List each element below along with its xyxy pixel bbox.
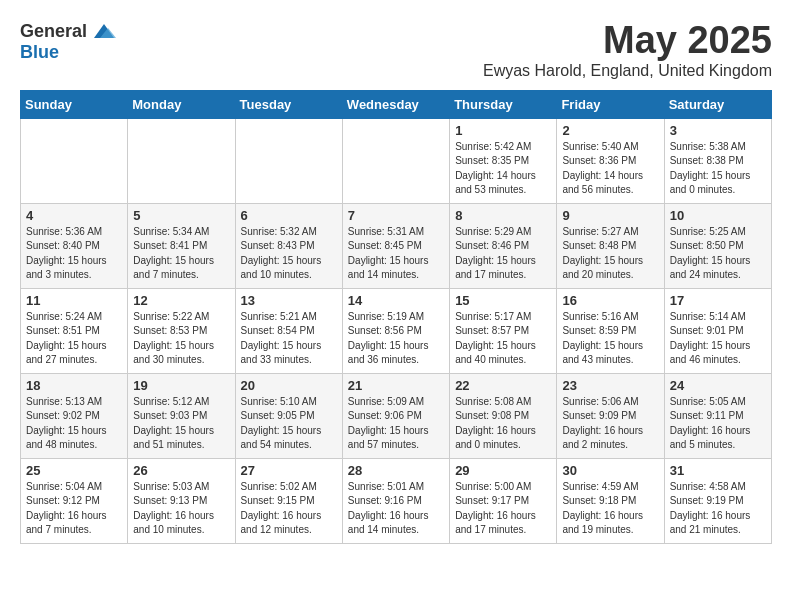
day-number: 4 bbox=[26, 208, 122, 223]
day-number: 12 bbox=[133, 293, 229, 308]
day-info: Sunrise: 5:31 AM Sunset: 8:45 PM Dayligh… bbox=[348, 225, 444, 283]
header-friday: Friday bbox=[557, 90, 664, 118]
table-row: 14Sunrise: 5:19 AM Sunset: 8:56 PM Dayli… bbox=[342, 288, 449, 373]
day-info: Sunrise: 5:05 AM Sunset: 9:11 PM Dayligh… bbox=[670, 395, 766, 453]
day-info: Sunrise: 5:02 AM Sunset: 9:15 PM Dayligh… bbox=[241, 480, 337, 538]
table-row: 18Sunrise: 5:13 AM Sunset: 9:02 PM Dayli… bbox=[21, 373, 128, 458]
table-row: 4Sunrise: 5:36 AM Sunset: 8:40 PM Daylig… bbox=[21, 203, 128, 288]
day-number: 11 bbox=[26, 293, 122, 308]
table-row: 9Sunrise: 5:27 AM Sunset: 8:48 PM Daylig… bbox=[557, 203, 664, 288]
table-row: 17Sunrise: 5:14 AM Sunset: 9:01 PM Dayli… bbox=[664, 288, 771, 373]
day-info: Sunrise: 5:16 AM Sunset: 8:59 PM Dayligh… bbox=[562, 310, 658, 368]
calendar-week-row: 11Sunrise: 5:24 AM Sunset: 8:51 PM Dayli… bbox=[21, 288, 772, 373]
day-number: 17 bbox=[670, 293, 766, 308]
day-info: Sunrise: 5:17 AM Sunset: 8:57 PM Dayligh… bbox=[455, 310, 551, 368]
day-info: Sunrise: 4:59 AM Sunset: 9:18 PM Dayligh… bbox=[562, 480, 658, 538]
table-row bbox=[21, 118, 128, 203]
header-sunday: Sunday bbox=[21, 90, 128, 118]
day-number: 21 bbox=[348, 378, 444, 393]
day-number: 5 bbox=[133, 208, 229, 223]
table-row bbox=[128, 118, 235, 203]
header-thursday: Thursday bbox=[450, 90, 557, 118]
day-info: Sunrise: 5:13 AM Sunset: 9:02 PM Dayligh… bbox=[26, 395, 122, 453]
table-row: 20Sunrise: 5:10 AM Sunset: 9:05 PM Dayli… bbox=[235, 373, 342, 458]
day-info: Sunrise: 5:00 AM Sunset: 9:17 PM Dayligh… bbox=[455, 480, 551, 538]
day-number: 20 bbox=[241, 378, 337, 393]
day-info: Sunrise: 5:14 AM Sunset: 9:01 PM Dayligh… bbox=[670, 310, 766, 368]
day-number: 29 bbox=[455, 463, 551, 478]
day-number: 26 bbox=[133, 463, 229, 478]
day-number: 14 bbox=[348, 293, 444, 308]
day-info: Sunrise: 5:22 AM Sunset: 8:53 PM Dayligh… bbox=[133, 310, 229, 368]
calendar-header-row: Sunday Monday Tuesday Wednesday Thursday… bbox=[21, 90, 772, 118]
table-row: 5Sunrise: 5:34 AM Sunset: 8:41 PM Daylig… bbox=[128, 203, 235, 288]
table-row: 11Sunrise: 5:24 AM Sunset: 8:51 PM Dayli… bbox=[21, 288, 128, 373]
day-info: Sunrise: 5:24 AM Sunset: 8:51 PM Dayligh… bbox=[26, 310, 122, 368]
table-row: 30Sunrise: 4:59 AM Sunset: 9:18 PM Dayli… bbox=[557, 458, 664, 543]
calendar-week-row: 4Sunrise: 5:36 AM Sunset: 8:40 PM Daylig… bbox=[21, 203, 772, 288]
table-row: 27Sunrise: 5:02 AM Sunset: 9:15 PM Dayli… bbox=[235, 458, 342, 543]
table-row: 28Sunrise: 5:01 AM Sunset: 9:16 PM Dayli… bbox=[342, 458, 449, 543]
day-info: Sunrise: 5:19 AM Sunset: 8:56 PM Dayligh… bbox=[348, 310, 444, 368]
table-row: 16Sunrise: 5:16 AM Sunset: 8:59 PM Dayli… bbox=[557, 288, 664, 373]
day-number: 8 bbox=[455, 208, 551, 223]
table-row: 24Sunrise: 5:05 AM Sunset: 9:11 PM Dayli… bbox=[664, 373, 771, 458]
day-number: 24 bbox=[670, 378, 766, 393]
day-number: 9 bbox=[562, 208, 658, 223]
day-info: Sunrise: 5:21 AM Sunset: 8:54 PM Dayligh… bbox=[241, 310, 337, 368]
day-info: Sunrise: 5:06 AM Sunset: 9:09 PM Dayligh… bbox=[562, 395, 658, 453]
calendar-table: Sunday Monday Tuesday Wednesday Thursday… bbox=[20, 90, 772, 544]
table-row: 26Sunrise: 5:03 AM Sunset: 9:13 PM Dayli… bbox=[128, 458, 235, 543]
day-info: Sunrise: 5:32 AM Sunset: 8:43 PM Dayligh… bbox=[241, 225, 337, 283]
day-info: Sunrise: 5:38 AM Sunset: 8:38 PM Dayligh… bbox=[670, 140, 766, 198]
table-row: 22Sunrise: 5:08 AM Sunset: 9:08 PM Dayli… bbox=[450, 373, 557, 458]
calendar-week-row: 1Sunrise: 5:42 AM Sunset: 8:35 PM Daylig… bbox=[21, 118, 772, 203]
table-row: 13Sunrise: 5:21 AM Sunset: 8:54 PM Dayli… bbox=[235, 288, 342, 373]
day-info: Sunrise: 5:42 AM Sunset: 8:35 PM Dayligh… bbox=[455, 140, 551, 198]
logo-general-text: General bbox=[20, 21, 87, 42]
header-wednesday: Wednesday bbox=[342, 90, 449, 118]
day-number: 13 bbox=[241, 293, 337, 308]
header-saturday: Saturday bbox=[664, 90, 771, 118]
table-row: 6Sunrise: 5:32 AM Sunset: 8:43 PM Daylig… bbox=[235, 203, 342, 288]
day-number: 6 bbox=[241, 208, 337, 223]
table-row: 25Sunrise: 5:04 AM Sunset: 9:12 PM Dayli… bbox=[21, 458, 128, 543]
day-info: Sunrise: 5:01 AM Sunset: 9:16 PM Dayligh… bbox=[348, 480, 444, 538]
logo: General Blue bbox=[20, 20, 118, 63]
day-info: Sunrise: 5:25 AM Sunset: 8:50 PM Dayligh… bbox=[670, 225, 766, 283]
day-number: 2 bbox=[562, 123, 658, 138]
calendar-week-row: 25Sunrise: 5:04 AM Sunset: 9:12 PM Dayli… bbox=[21, 458, 772, 543]
day-number: 30 bbox=[562, 463, 658, 478]
table-row: 21Sunrise: 5:09 AM Sunset: 9:06 PM Dayli… bbox=[342, 373, 449, 458]
table-row: 29Sunrise: 5:00 AM Sunset: 9:17 PM Dayli… bbox=[450, 458, 557, 543]
logo-blue-text: Blue bbox=[20, 42, 59, 63]
table-row: 23Sunrise: 5:06 AM Sunset: 9:09 PM Dayli… bbox=[557, 373, 664, 458]
page-header: General Blue May 2025 Ewyas Harold, Engl… bbox=[20, 20, 772, 80]
day-info: Sunrise: 5:12 AM Sunset: 9:03 PM Dayligh… bbox=[133, 395, 229, 453]
title-block: May 2025 Ewyas Harold, England, United K… bbox=[483, 20, 772, 80]
table-row bbox=[342, 118, 449, 203]
calendar-subtitle: Ewyas Harold, England, United Kingdom bbox=[483, 62, 772, 80]
table-row: 10Sunrise: 5:25 AM Sunset: 8:50 PM Dayli… bbox=[664, 203, 771, 288]
table-row: 19Sunrise: 5:12 AM Sunset: 9:03 PM Dayli… bbox=[128, 373, 235, 458]
day-info: Sunrise: 5:09 AM Sunset: 9:06 PM Dayligh… bbox=[348, 395, 444, 453]
day-number: 15 bbox=[455, 293, 551, 308]
header-tuesday: Tuesday bbox=[235, 90, 342, 118]
table-row: 3Sunrise: 5:38 AM Sunset: 8:38 PM Daylig… bbox=[664, 118, 771, 203]
day-info: Sunrise: 5:40 AM Sunset: 8:36 PM Dayligh… bbox=[562, 140, 658, 198]
day-number: 27 bbox=[241, 463, 337, 478]
table-row bbox=[235, 118, 342, 203]
day-number: 19 bbox=[133, 378, 229, 393]
day-info: Sunrise: 4:58 AM Sunset: 9:19 PM Dayligh… bbox=[670, 480, 766, 538]
logo-icon bbox=[90, 20, 118, 42]
table-row: 7Sunrise: 5:31 AM Sunset: 8:45 PM Daylig… bbox=[342, 203, 449, 288]
table-row: 1Sunrise: 5:42 AM Sunset: 8:35 PM Daylig… bbox=[450, 118, 557, 203]
day-info: Sunrise: 5:36 AM Sunset: 8:40 PM Dayligh… bbox=[26, 225, 122, 283]
table-row: 31Sunrise: 4:58 AM Sunset: 9:19 PM Dayli… bbox=[664, 458, 771, 543]
day-number: 18 bbox=[26, 378, 122, 393]
table-row: 2Sunrise: 5:40 AM Sunset: 8:36 PM Daylig… bbox=[557, 118, 664, 203]
day-number: 10 bbox=[670, 208, 766, 223]
day-number: 23 bbox=[562, 378, 658, 393]
table-row: 12Sunrise: 5:22 AM Sunset: 8:53 PM Dayli… bbox=[128, 288, 235, 373]
day-number: 3 bbox=[670, 123, 766, 138]
